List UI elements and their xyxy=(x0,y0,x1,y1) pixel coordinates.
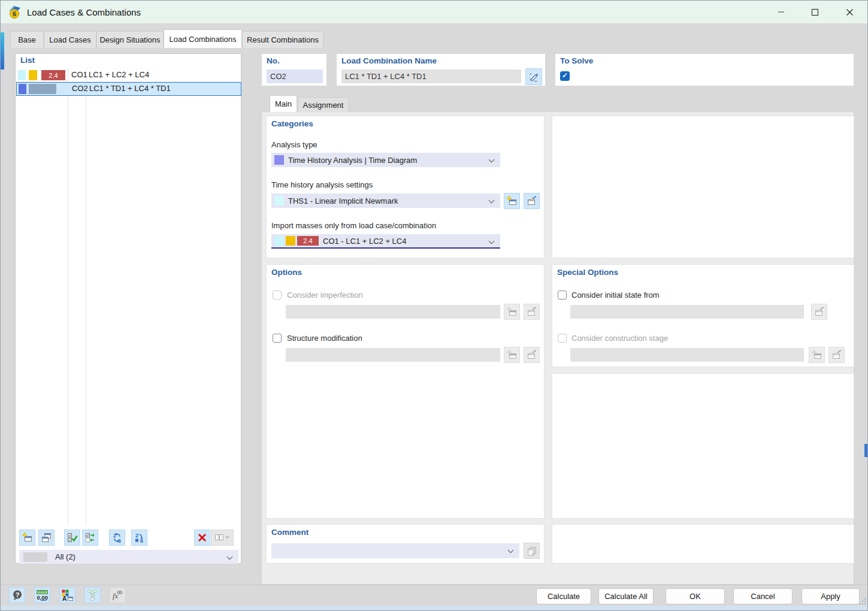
special-options-group: Special Options Consider initial state f… xyxy=(552,264,854,367)
consider-construction-stage-label: Consider construction stage xyxy=(571,334,668,343)
background-app-sliver-left xyxy=(1,32,4,69)
chevron-down-icon xyxy=(489,238,495,244)
no-label: No. xyxy=(267,56,280,65)
chevron-down-icon xyxy=(227,554,233,560)
to-solve-panel: To Solve xyxy=(555,53,854,86)
construction-stage-edit-button xyxy=(828,347,845,363)
ok-button[interactable]: OK xyxy=(666,588,725,604)
consider-initial-state-label: Consider initial state from xyxy=(571,291,660,300)
to-solve-checkbox[interactable] xyxy=(560,71,570,81)
two-pane-view-button[interactable] xyxy=(211,530,234,546)
minimize-button[interactable] xyxy=(771,2,791,22)
filter-swatch xyxy=(23,552,47,562)
invert-selection-button[interactable] xyxy=(82,530,98,546)
list-row-co2-selected[interactable]: CO2 LC1 * TD1 + LC4 * TD1 xyxy=(16,82,241,96)
renumber-button[interactable]: 2 6 xyxy=(109,530,125,546)
comment-dropdown[interactable] xyxy=(271,543,519,558)
svg-text:0,00: 0,00 xyxy=(37,594,49,601)
ths-new-button[interactable] xyxy=(504,193,520,209)
rename-button[interactable] xyxy=(525,68,542,85)
apply-button[interactable]: Apply xyxy=(802,588,860,604)
imperfection-new-button xyxy=(504,304,520,320)
tab-load-combinations[interactable]: Load Combinations xyxy=(164,29,242,48)
resize-grip[interactable] xyxy=(858,597,866,604)
relations-diagram-button[interactable] xyxy=(84,587,101,603)
display-settings-button[interactable]: A xyxy=(59,587,75,603)
edit-window-icon xyxy=(526,195,537,207)
no-field[interactable]: CO2 xyxy=(267,69,323,83)
units-settings-button[interactable]: 0,00 xyxy=(34,587,50,603)
delete-button[interactable] xyxy=(194,530,210,546)
analysis-type-dropdown[interactable]: Time History Analysis | Time Diagram xyxy=(271,153,500,167)
minimize-icon xyxy=(778,8,785,16)
swatch-cyan xyxy=(18,70,26,80)
new-combination-button[interactable] xyxy=(19,530,35,546)
consider-imperfection-checkbox[interactable] xyxy=(273,291,282,300)
analysis-type-label: Analysis type xyxy=(271,140,317,149)
new-window-icon xyxy=(506,195,518,207)
construction-stage-field xyxy=(570,348,804,362)
consider-initial-state-checkbox[interactable] xyxy=(558,291,567,300)
name-label: Load Combination Name xyxy=(341,56,437,65)
import-masses-dropdown[interactable]: 2.4 CO1 - LC1 + LC2 + LC4 xyxy=(271,234,500,249)
delete-x-icon xyxy=(197,533,207,543)
list-title: List xyxy=(20,56,35,65)
select-all-button[interactable] xyxy=(64,530,80,546)
tab-design-situations[interactable]: Design Situations xyxy=(96,31,164,48)
swatch-yellow xyxy=(286,236,295,246)
tab-base[interactable]: Base xyxy=(10,31,44,48)
consider-construction-stage-checkbox[interactable] xyxy=(558,334,567,343)
edit-window-icon xyxy=(813,306,825,317)
renumber-options-icon: 2 6 xyxy=(134,532,145,543)
list-row-co1[interactable]: 2.4 CO1 LC1 + LC2 + LC4 xyxy=(16,68,241,82)
structure-modification-edit-button xyxy=(524,347,540,363)
ths-dropdown[interactable]: THS1 - Linear Implicit Newmark xyxy=(271,193,500,208)
ths-label: Time history analysis settings xyxy=(271,180,373,189)
svg-text:6: 6 xyxy=(118,538,121,544)
name-field[interactable]: LC1 * TD1 + LC4 * TD1 xyxy=(341,69,521,83)
select-all-icon xyxy=(66,532,78,543)
structure-modification-checkbox[interactable] xyxy=(273,334,282,343)
calculate-button[interactable]: Calculate xyxy=(536,588,591,604)
import-masses-label: Import masses only from load case/combin… xyxy=(271,221,436,230)
structure-modification-new-button xyxy=(504,347,520,363)
filter-value: All (2) xyxy=(55,552,75,561)
ths-edit-button[interactable] xyxy=(524,193,540,209)
tab-result-combinations[interactable]: Result Combinations xyxy=(242,31,323,48)
edit-window-icon xyxy=(526,349,537,361)
cancel-button[interactable]: Cancel xyxy=(733,588,793,604)
background-app-strip-bottom xyxy=(1,606,867,610)
load-cases-combinations-dialog: 6 Load Cases & Combinations Base Load Ca… xyxy=(0,0,868,611)
list-filter-dropdown[interactable]: All (2) xyxy=(19,550,238,564)
renumber-options-button[interactable]: 2 6 xyxy=(131,530,147,546)
swatch-cyan xyxy=(274,236,284,246)
new-window-icon xyxy=(506,349,518,361)
title-bar: 6 Load Cases & Combinations xyxy=(1,1,867,23)
structure-modification-label: Structure modification xyxy=(287,334,362,343)
app-logo-icon: 6 xyxy=(8,5,22,19)
maximize-button[interactable] xyxy=(805,2,825,22)
row-id: CO1 xyxy=(71,70,87,79)
units-ruler-icon: 0,00 xyxy=(36,589,49,601)
edit-window-icon xyxy=(831,349,842,361)
ths-value: THS1 - Linear Implicit Newmark xyxy=(288,196,398,205)
display-settings-icon: A xyxy=(61,589,74,601)
copy-combination-button[interactable] xyxy=(38,530,55,546)
initial-state-field xyxy=(570,305,804,319)
consider-imperfection-label: Consider imperfection xyxy=(287,291,362,300)
options-title: Options xyxy=(271,268,302,277)
factor-badge: 2.4 xyxy=(297,236,319,246)
close-button[interactable] xyxy=(839,2,860,22)
subtab-assignment[interactable]: Assignment xyxy=(298,97,349,112)
window-title: Load Cases & Combinations xyxy=(27,7,141,17)
svg-text:6: 6 xyxy=(13,10,16,17)
list-column-divider xyxy=(68,68,68,525)
categories-group: Categories Analysis type Time History An… xyxy=(266,116,545,258)
subtab-main[interactable]: Main xyxy=(270,95,297,112)
comment-templates-button[interactable] xyxy=(524,543,540,559)
tab-load-cases[interactable]: Load Cases xyxy=(44,31,96,48)
calculate-all-button[interactable]: Calculate All xyxy=(598,588,654,604)
structure-modification-field xyxy=(286,348,500,362)
new-window-icon xyxy=(506,306,518,317)
help-button[interactable]: ? xyxy=(9,587,25,603)
